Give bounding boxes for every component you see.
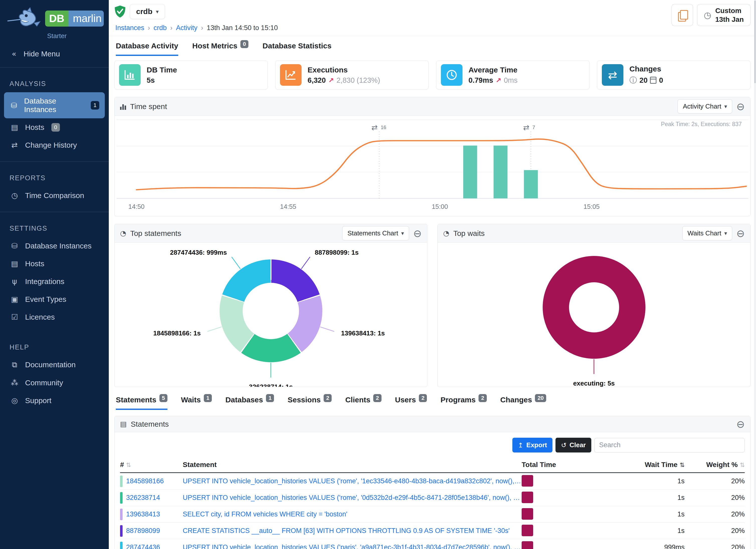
sidebar-item-community[interactable]: ⁂ Community <box>0 374 109 392</box>
wait-time-value: 1s <box>579 494 685 502</box>
statement-sql-link[interactable]: UPSERT INTO vehicle_location_histories V… <box>183 543 522 549</box>
statements-chart-dropdown[interactable]: Statements Chart ▾ <box>342 226 409 240</box>
statement-id-link[interactable]: 1845898166 <box>126 477 164 485</box>
waits-chart-dropdown[interactable]: Waits Chart ▾ <box>682 226 732 240</box>
tab-host-metrics[interactable]: Host Metrics 0 <box>192 42 248 56</box>
statement-sql-link[interactable]: UPSERT INTO vehicle_location_histories V… <box>183 494 522 502</box>
tab-programs[interactable]: Programs 2 <box>440 396 487 410</box>
tab-databases[interactable]: Databases 1 <box>225 396 274 410</box>
breadcrumb-crdb[interactable]: crdb <box>154 24 167 32</box>
statement-color-bar <box>120 542 123 549</box>
statement-color-bar <box>120 492 123 504</box>
instance-selector[interactable]: crdb ▾ <box>130 4 165 19</box>
tab-database-activity[interactable]: Database Activity <box>116 42 178 56</box>
peak-annotation: Peak Time: 2s, Executions: 837 <box>661 121 742 128</box>
count-badge: 2 <box>419 394 427 402</box>
sidebar-item-licences[interactable]: ☑ Licences <box>0 308 109 326</box>
sidebar-item-label: Hosts <box>25 123 44 132</box>
tab-users[interactable]: Users 2 <box>395 396 427 410</box>
statement-id-link[interactable]: 139638413 <box>126 510 160 518</box>
column-header-wait-time[interactable]: Wait Time⇅ <box>579 461 685 469</box>
statements-table: #⇅ Statement Total Time Wait Time⇅ Weigh… <box>120 457 745 549</box>
statement-sql-link[interactable]: SELECT city, id FROM vehicles WHERE city… <box>183 510 522 518</box>
statement-id-link[interactable]: 287474436 <box>126 543 160 549</box>
total-time-bar <box>522 475 533 487</box>
card-title: Average Time <box>468 66 518 74</box>
tab-sessions[interactable]: Sessions 2 <box>288 396 332 410</box>
sidebar-item-label: Community <box>25 379 63 387</box>
server-icon: ▤ <box>10 259 20 268</box>
plan-label: Starter <box>47 32 104 40</box>
total-time-bar <box>522 508 533 520</box>
main-area: crdb ▾ Instances › crdb › Activity › 13t… <box>109 0 756 549</box>
sidebar-item-event-types[interactable]: ▣ Event Types <box>0 290 109 308</box>
lifebuoy-icon: ◎ <box>10 396 20 405</box>
table-row[interactable]: 287474436 UPSERT INTO vehicle_location_h… <box>120 539 745 549</box>
sidebar-item-integrations[interactable]: ψ Integrations <box>0 272 109 290</box>
donut-slice-label: 287474436: 999ms <box>170 249 227 256</box>
copy-link-button[interactable] <box>672 4 693 26</box>
column-header-total-time[interactable]: Total Time <box>522 461 579 469</box>
waits-donut-chart[interactable]: executing: 5s <box>438 243 750 387</box>
statement-color-bar <box>120 509 123 520</box>
scrollbar[interactable] <box>754 0 756 549</box>
hide-menu-button[interactable]: « Hide Menu <box>0 42 109 65</box>
metric-cards: DB Time 5s Executions 6,320 ↗ 2,830 (123… <box>114 60 750 89</box>
table-row[interactable]: 139638413 SELECT city, id FROM vehicles … <box>120 506 745 523</box>
donut-slice-label: 326238714: 1s <box>249 383 293 387</box>
count-badge: 5 <box>159 394 167 402</box>
time-spent-chart[interactable]: Peak Time: 2s, Executions: 837 14:5014:5… <box>115 116 750 216</box>
clear-button[interactable]: ↺ Clear <box>555 438 591 452</box>
table-row[interactable]: 326238714 UPSERT INTO vehicle_location_h… <box>120 490 745 506</box>
changes-info-count: 20 <box>639 76 647 84</box>
logo: DB marlin Starter <box>0 0 109 42</box>
export-button[interactable]: ↥ Export <box>512 438 552 452</box>
breadcrumb-activity[interactable]: Activity <box>176 24 198 32</box>
collapse-panel-icon[interactable]: ⊖ <box>413 228 422 238</box>
breadcrumb-instances[interactable]: Instances <box>115 24 144 32</box>
column-header-weight[interactable]: Weight %⇅ <box>685 461 745 469</box>
sidebar-item-settings-hosts[interactable]: ▤ Hosts <box>0 255 109 272</box>
sidebar-item-change-history[interactable]: ⇄ Change History <box>0 136 109 154</box>
statement-sql-link[interactable]: CREATE STATISTICS __auto__ FROM [63] WIT… <box>183 527 522 535</box>
search-input[interactable] <box>594 438 745 452</box>
statement-id-link[interactable]: 887898099 <box>126 527 160 535</box>
top-statements-panel: ◔ Top statements Statements Chart ▾ ⊖ 88… <box>114 224 427 387</box>
tab-clients[interactable]: Clients 2 <box>345 396 381 410</box>
table-row[interactable]: 887898099 CREATE STATISTICS __auto__ FRO… <box>120 523 745 539</box>
tab-waits[interactable]: Waits 1 <box>181 396 212 410</box>
collapse-panel-icon[interactable]: ⊖ <box>736 228 745 238</box>
column-header-statement[interactable]: Statement <box>183 461 522 469</box>
breadcrumb-time-range: 13th Jan 14:50 to 15:10 <box>207 24 278 32</box>
sidebar-item-settings-database-instances[interactable]: ⛁ Database Instances <box>0 237 109 255</box>
time-range-line2: 13th Jan <box>715 15 744 24</box>
sidebar-item-support[interactable]: ◎ Support <box>0 392 109 409</box>
scrollbar-thumb[interactable] <box>754 1 756 83</box>
section-help: HELP <box>10 343 109 351</box>
collapse-panel-icon[interactable]: ⊖ <box>736 419 745 429</box>
statement-sql-link[interactable]: UPSERT INTO vehicle_location_histories V… <box>183 477 522 485</box>
time-range-button[interactable]: ◷ Custom 13th Jan <box>697 4 750 26</box>
statement-id-link[interactable]: 326238714 <box>126 494 160 502</box>
donut-slice-label: executing: 5s <box>573 380 615 387</box>
svg-text:14:50: 14:50 <box>128 203 145 210</box>
section-settings: SETTINGS <box>10 225 109 232</box>
column-header-id[interactable]: #⇅ <box>120 461 183 469</box>
statements-donut-chart[interactable]: 887898099: 1s139638413: 1s326238714: 1s1… <box>115 243 427 387</box>
wait-time-value: 1s <box>579 477 685 485</box>
table-row[interactable]: 1845898166 UPSERT INTO vehicle_location_… <box>120 473 745 490</box>
logo-marlin-text: marlin <box>68 11 104 27</box>
tab-database-statistics[interactable]: Database Statistics <box>262 42 331 56</box>
collapse-panel-icon[interactable]: ⊖ <box>736 102 745 112</box>
svg-text:16: 16 <box>381 125 386 130</box>
tab-changes[interactable]: Changes 20 <box>500 396 546 410</box>
table-toolbar: ↥ Export ↺ Clear <box>115 432 750 454</box>
activity-chart-dropdown[interactable]: Activity Chart ▾ <box>678 99 732 114</box>
sidebar-item-database-instances[interactable]: ⛁ Database Instances 1 <box>4 92 105 118</box>
tab-statements[interactable]: Statements 5 <box>116 396 167 410</box>
wait-time-value: 1s <box>579 510 685 518</box>
sidebar-item-time-comparison[interactable]: ◷ Time Comparison <box>0 187 109 204</box>
sidebar-item-hosts[interactable]: ▤ Hosts 0 <box>0 118 109 136</box>
sidebar-item-documentation[interactable]: ⧉ Documentation <box>0 356 109 374</box>
plug-icon: ψ <box>10 277 20 286</box>
